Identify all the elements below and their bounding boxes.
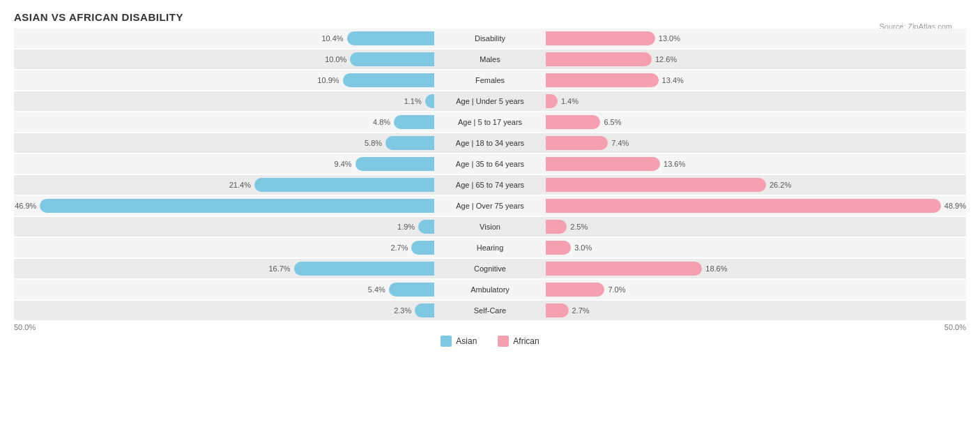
row-label: Cognitive (434, 264, 546, 273)
right-value: 13.4% (659, 76, 684, 84)
left-value: 5.4% (368, 285, 389, 294)
bar-right (546, 31, 655, 45)
bar-left (418, 220, 434, 234)
axis-right: 50.0% (944, 323, 966, 331)
bar-right (546, 220, 567, 234)
chart-row: 2.7% Hearing 3.0% (14, 238, 966, 257)
row-label: Age | 35 to 64 years (434, 160, 546, 168)
bar-right (546, 199, 941, 213)
row-label: Age | Under 5 years (434, 97, 546, 105)
left-value: 1.1% (404, 97, 425, 105)
chart-row: 10.4% Disability 13.0% (14, 29, 966, 48)
bar-left (355, 157, 434, 171)
chart-row: 4.8% Age | 5 to 17 years 6.5% (14, 112, 966, 132)
chart-row: 1.9% Vision 2.5% (14, 217, 966, 237)
row-label: Age | 18 to 34 years (434, 139, 546, 147)
bar-left (294, 262, 434, 276)
chart-row: 21.4% Age | 65 to 74 years 26.2% (14, 175, 966, 195)
legend: Asian African (14, 336, 966, 347)
row-label: Hearing (434, 244, 546, 252)
chart-row: 5.4% Ambulatory 7.0% (14, 280, 966, 299)
left-value: 16.7% (268, 264, 293, 273)
chart-row: 16.7% Cognitive 18.6% (14, 259, 966, 278)
bar-left (394, 115, 434, 129)
chart-row: 10.9% Females 13.4% (14, 70, 966, 90)
bar-right (546, 73, 659, 87)
bar-right (546, 283, 604, 297)
row-label: Males (434, 55, 546, 63)
bar-left (411, 241, 434, 255)
chart-title: ASIAN VS AFRICAN DISABILITY (14, 11, 966, 23)
bar-left (425, 94, 434, 108)
bar-right (546, 262, 702, 276)
row-label: Age | 5 to 17 years (434, 118, 546, 126)
chart-row: 2.3% Self-Care 2.7% (14, 301, 966, 320)
left-value: 5.8% (365, 139, 385, 147)
bar-right (546, 115, 600, 129)
bar-right (546, 241, 571, 255)
bar-left (389, 283, 434, 297)
right-value: 2.7% (569, 306, 590, 315)
right-value: 13.0% (655, 34, 680, 43)
row-label: Disability (434, 34, 546, 43)
right-value: 13.6% (660, 160, 685, 168)
bar-left (343, 73, 434, 87)
bar-right (546, 157, 660, 171)
right-value: 26.2% (766, 181, 791, 189)
legend-asian-box (441, 336, 452, 347)
bar-left (254, 178, 434, 192)
bar-left (347, 31, 434, 45)
bar-left (415, 304, 434, 317)
left-value: 10.0% (325, 55, 350, 63)
axis-left: 50.0% (14, 323, 36, 331)
legend-african-label: African (513, 336, 539, 346)
left-value: 1.9% (397, 223, 418, 231)
legend-african: African (498, 336, 539, 347)
right-value: 12.6% (652, 55, 677, 63)
row-label: Age | Over 75 years (434, 202, 546, 210)
legend-asian: Asian (441, 336, 477, 347)
right-value: 7.4% (608, 139, 629, 147)
right-value: 6.5% (600, 118, 621, 126)
chart-row: 9.4% Age | 35 to 64 years 13.6% (14, 154, 966, 174)
bar-right (546, 94, 558, 108)
left-value: 9.4% (335, 160, 355, 168)
right-value: 7.0% (604, 285, 625, 294)
legend-african-box (498, 336, 509, 347)
axis-row: 50.0% 50.0% (14, 323, 966, 331)
bar-left (385, 136, 434, 150)
right-value: 3.0% (571, 244, 592, 252)
chart-row: 1.1% Age | Under 5 years 1.4% (14, 91, 966, 111)
bar-right (546, 304, 569, 317)
right-value: 2.5% (567, 223, 588, 231)
chart-row: 46.9% Age | Over 75 years 48.9% (14, 196, 966, 216)
legend-asian-label: Asian (456, 336, 477, 346)
left-value: 2.7% (390, 244, 411, 252)
right-value: 48.9% (941, 202, 966, 210)
chart-row: 10.0% Males 12.6% (14, 50, 966, 69)
left-value: 4.8% (373, 118, 394, 126)
bar-left (40, 199, 434, 213)
row-label: Females (434, 76, 546, 84)
left-value: 10.9% (317, 76, 342, 84)
bar-right (546, 178, 766, 192)
right-value: 18.6% (702, 264, 727, 273)
left-value: 2.3% (394, 306, 415, 315)
bar-right (546, 52, 652, 66)
bar-right (546, 136, 608, 150)
row-label: Self-Care (434, 306, 546, 315)
chart-row: 5.8% Age | 18 to 34 years 7.4% (14, 133, 966, 153)
row-label: Ambulatory (434, 285, 546, 294)
left-value: 21.4% (229, 181, 254, 189)
chart-container: 10.4% Disability 13.0% 10.0% Males 12.6%… (14, 29, 966, 320)
left-value: 10.4% (321, 34, 346, 43)
left-value: 46.9% (15, 202, 40, 210)
row-label: Vision (434, 223, 546, 231)
row-label: Age | 65 to 74 years (434, 181, 546, 189)
bar-left (350, 52, 434, 66)
right-value: 1.4% (558, 97, 579, 105)
